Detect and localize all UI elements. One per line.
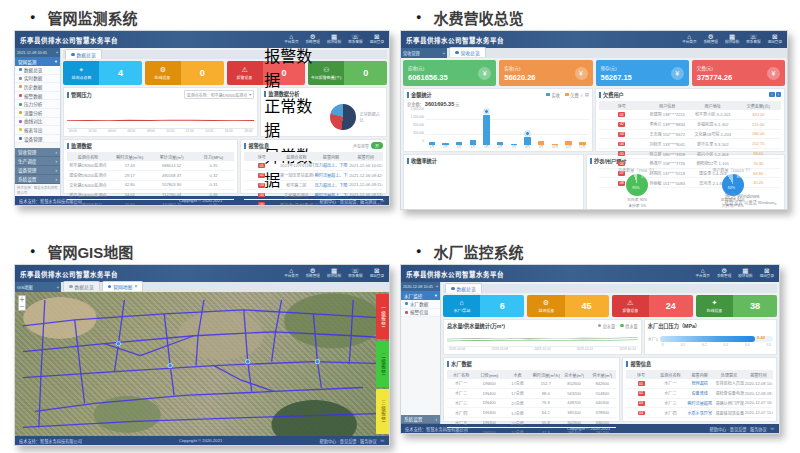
item-icon <box>19 77 22 80</box>
table-cell: 02 <box>599 119 645 129</box>
sidebar-group[interactable]: 系统设置› <box>15 175 60 184</box>
collapse-icon[interactable]: « <box>436 285 438 289</box>
sidebar-item[interactable]: 水厂数据 <box>401 300 440 309</box>
sound-alarm-toggle[interactable]: 开 <box>371 142 383 149</box>
zoom-out-button[interactable]: － <box>19 303 25 310</box>
logout-icon[interactable]: ⊠退出登录 <box>768 34 782 45</box>
table-row: 01张建国 138****2215和平里小区 3-2-101320.50 <box>599 110 781 119</box>
table-cell: 336200 <box>588 418 616 428</box>
modules-icon[interactable]: ▦模块导航 <box>738 268 752 279</box>
home-icon[interactable]: ⌂平台首页 <box>682 34 696 45</box>
table-cell: 0.30 <box>193 200 235 206</box>
card-label-block: ✦在线设备 <box>696 295 733 317</box>
kpi-card[interactable]: 应收(元)6061656.35¥ <box>403 60 496 86</box>
sidebar-item[interactable]: 报警信息 <box>401 309 440 318</box>
kpi-card[interactable]: 欠费(元)375774.26¥ <box>692 60 785 86</box>
kpi-card[interactable]: ⌂水厂/泵站6 <box>443 295 524 317</box>
table-row: 水厂一DN6001#总表152.7852600842600 <box>447 379 616 388</box>
modules-icon[interactable]: ▦模块导航 <box>725 34 739 45</box>
monitor-point-select[interactable]: 监测点名称：和平路DN300监测点▾ <box>184 90 254 99</box>
logout-icon[interactable]: ⊠退出登录 <box>370 268 384 279</box>
kpi-card[interactable]: 预存(元)56267.15¥ <box>596 60 689 86</box>
sidebar-item[interactable]: 实时数据 <box>15 75 60 84</box>
table-row: 02李秀兰 139****8834幸福花园 6-1-302215.00 <box>599 119 781 129</box>
phone-icon[interactable]: ☏联系客服 <box>348 268 362 279</box>
gear-icon[interactable]: ⚙系统管理 <box>717 268 731 279</box>
home-icon[interactable]: ⌂平台首页 <box>696 268 710 279</box>
kpi-card[interactable]: ⌖监测点总数4 <box>63 61 142 85</box>
section-label: ● 水厂监控系统 <box>400 238 780 264</box>
home-icon[interactable]: ⌂平台首页 <box>284 268 298 279</box>
logout-icon[interactable]: ⊠退出登录 <box>370 34 384 45</box>
sidebar-item[interactable]: 流量分析 <box>15 109 60 118</box>
kpi-card[interactable]: ⚙监测设备45 <box>527 295 608 317</box>
sidebar-collapsed[interactable]: 营收管理« <box>401 48 447 58</box>
table-cell: 342600 <box>560 418 588 428</box>
modules-icon[interactable]: ▦模块导航 <box>327 268 341 279</box>
sidebar-group[interactable]: 设备管理› <box>15 166 60 175</box>
sidebar-item-active[interactable]: 水厂监控▾ <box>401 291 440 300</box>
collapse-icon[interactable]: « <box>56 51 58 55</box>
table-row: 03水厂三瞬时流量超限请确认阀门开度并复核数据2020-12-07 16:20 <box>626 398 773 408</box>
kpi-card[interactable]: ✦在线设备38 <box>696 295 777 317</box>
table-row: 文化路DN400监测点42.80557803.900.31 <box>67 180 234 190</box>
download-icon[interactable]: ⤓ <box>581 92 583 97</box>
next-page-button[interactable]: › <box>776 92 781 97</box>
sidebar-item[interactable]: 数据总览 <box>15 66 60 75</box>
sidebar-item[interactable]: 报警数据 <box>15 92 60 101</box>
card-text: 预存(元)56267.15 <box>601 65 632 82</box>
tab-data-overview[interactable]: 数据总览 <box>65 49 102 59</box>
kpi-card[interactable]: ⚠报警设备24 <box>612 295 693 317</box>
zoom-in-button[interactable]: ＋ <box>19 296 25 303</box>
prev-page-button[interactable]: ‹ <box>769 92 774 97</box>
sidebar-item-active[interactable]: 管网监测▾ <box>15 57 60 66</box>
sidebar-item[interactable]: 设备管理 <box>15 135 60 144</box>
satellite-map[interactable]: ＋ － <box>15 292 389 436</box>
sidebar-item[interactable]: 报表导出 <box>15 126 60 135</box>
alarm-table: 序号监测点名称报警内容处理意见报警时间01水厂一管网漏损安排巡检人员现场核查20… <box>626 370 773 418</box>
gear-icon[interactable]: ⚙系统管理 <box>704 34 718 45</box>
alarm-level-2[interactable]: 二级报警 <box>376 341 389 386</box>
sidebar-collapsed[interactable]: GIS地图« <box>15 282 61 292</box>
service-icon[interactable]: ☏ <box>770 426 775 431</box>
card-label-block: ⚙在线设备 <box>145 61 181 85</box>
close-icon[interactable]: × <box>134 284 137 289</box>
sidebar-group[interactable]: 生产调度› <box>15 157 60 166</box>
sidebar-item[interactable]: 历史数据 <box>15 83 60 92</box>
data-view-icon[interactable]: ▤ <box>585 92 589 97</box>
table-cell: 152.7 <box>532 379 560 388</box>
tab-revenue-overview[interactable]: 营收总览 <box>449 47 486 57</box>
table-cell: 振兴里加压泵站 <box>67 200 109 206</box>
sidebar-group[interactable]: 系统设置› <box>401 415 440 424</box>
logout-icon[interactable]: ⊠退出登录 <box>760 268 774 279</box>
chevron-right-icon: › <box>55 177 57 182</box>
table-cell: 01 <box>626 379 655 388</box>
x-tick-label: 8月 <box>525 145 530 150</box>
footer-center: Copyright © 2020-2021 <box>179 438 222 443</box>
table-cell: 688014.52 <box>151 161 193 170</box>
sidebar-item[interactable]: 曲线对比 <box>15 118 60 127</box>
app-header: 乐亭县供排水公司智慧水务平台 ⌂平台首页 ⚙系统管理 ▦模块导航 ⊠退出登录 <box>401 265 779 282</box>
table-cell: 瞬时流量超上、下限报警 <box>314 190 349 200</box>
table-cell: DN200 <box>475 427 503 434</box>
gear-icon[interactable]: ⚙系统管理 <box>306 268 320 279</box>
column-header: 报警时间 <box>348 152 383 161</box>
table-cell: 712760.04 <box>151 190 193 200</box>
phone-icon[interactable]: ☏联系客服 <box>348 34 362 45</box>
pie-caption: 正常数据占比 <box>360 111 383 123</box>
tab-pipe-map[interactable]: 管网地图× <box>102 281 144 291</box>
sidebar-group[interactable]: 营收管理› <box>15 148 60 157</box>
card-icon: ⌖ <box>79 66 83 73</box>
tab-data-overview[interactable]: 数据总览 <box>445 283 482 293</box>
sidebar-item[interactable]: 压力分析 <box>15 100 60 109</box>
modules-icon[interactable]: ▦模块导航 <box>327 34 341 45</box>
column-header: 监测点名称 <box>67 152 109 161</box>
kpi-card[interactable]: ⚙在线设备0 <box>145 61 224 85</box>
alarm-level-1[interactable]: 一级报警 <box>376 294 389 339</box>
tab-data-overview[interactable]: 数据总览 <box>63 281 100 291</box>
kpi-card[interactable]: 实收(元)56620.26¥ <box>499 60 592 86</box>
phone-icon[interactable]: ☏联系客服 <box>746 34 760 45</box>
bar-column: 4月 <box>466 140 480 149</box>
service-icon[interactable]: ☏ <box>380 438 385 443</box>
alarm-level-3[interactable]: 三级报警 <box>376 389 389 434</box>
